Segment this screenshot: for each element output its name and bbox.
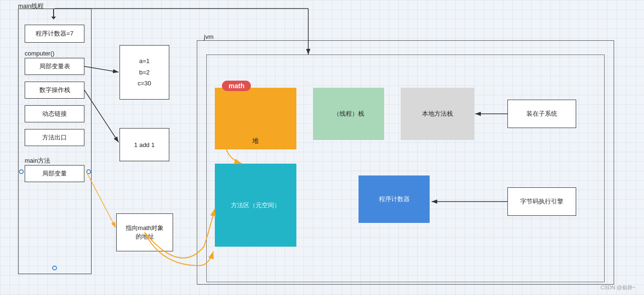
method-area-box: 方法区（元空间） xyxy=(215,164,296,247)
heap-box: 堆 xyxy=(215,88,296,149)
bytecode-engine-box: 字节码执行引擎 xyxy=(507,187,576,216)
math-address-text: 指向math对象的地址 xyxy=(126,224,164,241)
native-stack-label: 本地方法栈 xyxy=(422,110,453,118)
abc-values-box: a=1 b=2 c=30 xyxy=(120,45,169,100)
program-counter-cell: 程序计数器=7 xyxy=(25,25,84,43)
jvm-label: jvm xyxy=(204,33,213,40)
method-area-label: 方法区（元空间） xyxy=(231,201,280,210)
heap-label: 堆 xyxy=(252,137,259,146)
classloader-label: 装在子系统 xyxy=(526,110,557,118)
math-badge: math xyxy=(222,81,251,91)
thread-stack-label: （线程）栈 xyxy=(333,110,364,118)
pc-register-box: 程序计数器 xyxy=(359,175,430,223)
native-stack-box: 本地方法栈 xyxy=(401,88,474,140)
bytecode-engine-label: 字节码执行引擎 xyxy=(520,197,563,206)
thread-stack-box: （线程）栈 xyxy=(313,88,384,140)
local-var-table-cell: 局部变量表 xyxy=(25,58,84,75)
local-var-cell: 局部变量 xyxy=(25,165,84,182)
circle-bottom xyxy=(52,266,57,270)
main-method-label: main方法 xyxy=(25,157,50,165)
method-exit-cell: 方法出口 xyxy=(25,129,84,146)
classloader-box: 装在子系统 xyxy=(507,100,576,128)
watermark: CSDN @叙静~ xyxy=(600,284,635,291)
num-op-stack-cell: 数字操作栈 xyxy=(25,82,84,99)
circle-left-1 xyxy=(19,169,24,174)
abc-c: c=30 xyxy=(138,78,151,89)
abc-b: b=2 xyxy=(139,67,149,78)
math-address-cell: 指向math对象的地址 xyxy=(116,213,173,251)
computer-func-label: computer() xyxy=(25,50,55,57)
add-cell: 1 add 1 xyxy=(120,128,169,161)
circle-right-1 xyxy=(86,169,91,174)
dynamic-link-cell: 动态链接 xyxy=(25,105,84,122)
abc-a: a=1 xyxy=(139,55,149,66)
diagram: main线程 程序计数器=7 computer() 局部变量表 数字操作栈 动态… xyxy=(0,0,644,295)
pc-register-label: 程序计数器 xyxy=(379,195,410,203)
